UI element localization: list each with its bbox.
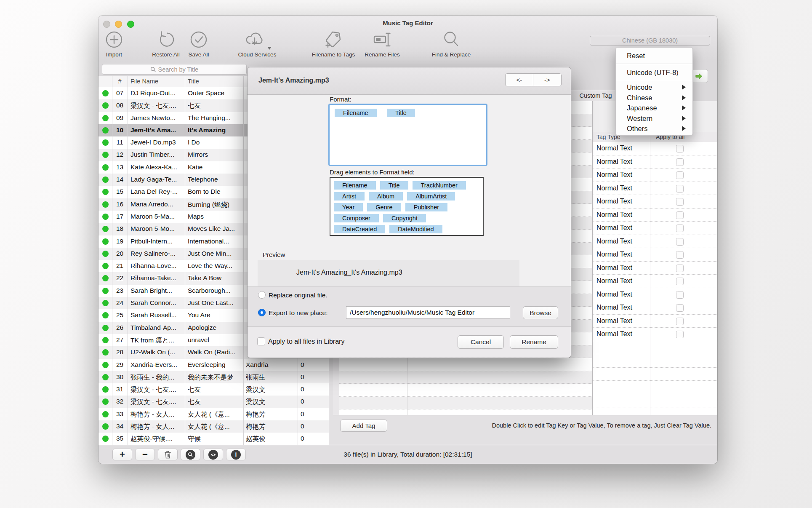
previous-file-button[interactable]: <- xyxy=(506,74,533,86)
rename-files-button[interactable]: Rename Files xyxy=(349,29,416,58)
drag-chip[interactable]: Filename xyxy=(334,181,376,190)
apply-to-all-checkbox[interactable] xyxy=(676,304,684,312)
apply-to-all-checkbox[interactable] xyxy=(676,291,684,299)
encoding-field[interactable]: Chinese (GB 18030) xyxy=(590,36,710,45)
cloud-services-button[interactable]: Cloud Services xyxy=(224,29,291,58)
menu-item-western[interactable]: Western xyxy=(616,113,692,124)
table-row[interactable]: 35赵英俊-守候....守候赵英俊0 xyxy=(99,433,329,445)
drag-chip[interactable]: Genre xyxy=(367,203,401,211)
format-field[interactable]: Filename_Title xyxy=(328,104,487,166)
apply-to-all-checkbox[interactable] xyxy=(676,265,684,272)
apply-to-all-checkbox[interactable] xyxy=(676,198,684,206)
rename-button[interactable]: Rename xyxy=(510,335,558,349)
tag-table-empty-row[interactable] xyxy=(339,409,592,415)
drag-chip[interactable]: DateModified xyxy=(389,225,442,233)
menu-item-others[interactable]: Others xyxy=(616,123,692,134)
column-header-title[interactable]: Title xyxy=(188,78,199,85)
format-chip[interactable]: Filename xyxy=(335,109,377,117)
menu-item-unicode-utf8[interactable]: Unicode (UTF-8) xyxy=(616,65,692,80)
table-row[interactable]: 29Xandria-Evers...EversleepingXandria0 xyxy=(99,359,329,371)
tag-type-row[interactable]: Normal Text xyxy=(593,235,717,249)
tag-type-row[interactable]: Normal Text xyxy=(593,195,717,209)
apply-to-all-checkbox[interactable] xyxy=(676,211,684,219)
search-file-button[interactable] xyxy=(181,449,200,460)
tag-type-row[interactable]: Normal Text xyxy=(593,182,717,195)
drag-chip[interactable]: Copyright xyxy=(383,214,426,222)
export-path-input[interactable] xyxy=(346,306,510,319)
menu-item-reset[interactable]: Reset xyxy=(616,49,692,63)
menu-item-unicode[interactable]: Unicode xyxy=(616,82,692,93)
add-tag-button[interactable]: Add Tag xyxy=(340,420,387,432)
apply-to-all-checkbox[interactable] xyxy=(676,145,684,152)
preview-file-button[interactable] xyxy=(203,449,223,460)
tag-type-row[interactable]: Normal Text xyxy=(593,315,717,328)
tag-table-empty-row[interactable] xyxy=(339,384,592,397)
browse-button[interactable]: Browse xyxy=(523,306,558,319)
tag-type-row[interactable]: Normal Text xyxy=(593,275,717,288)
tag-type-empty-row[interactable] xyxy=(593,368,717,381)
replace-original-radio[interactable] xyxy=(258,291,266,299)
remove-file-button[interactable]: − xyxy=(135,449,155,460)
apply-to-all-checkbox[interactable] xyxy=(676,185,684,193)
export-new-place-radio[interactable] xyxy=(258,309,266,316)
next-file-button[interactable]: -> xyxy=(533,74,561,86)
tag-type-row[interactable]: Normal Text xyxy=(593,142,717,155)
tag-table-empty-row[interactable] xyxy=(339,397,592,410)
tag-type-row[interactable]: Normal Text xyxy=(593,262,717,275)
apply-to-all-checkbox[interactable] xyxy=(676,158,684,166)
apply-to-all-checkbox[interactable] xyxy=(676,331,684,338)
drag-chip[interactable]: Publisher xyxy=(405,203,447,211)
tag-type-row[interactable]: Normal Text xyxy=(593,288,717,302)
cell-num: 30 xyxy=(112,373,128,381)
cancel-button[interactable]: Cancel xyxy=(458,335,504,349)
tag-type-empty-row[interactable] xyxy=(593,407,717,415)
cell-title: Walk On (Radi... xyxy=(188,348,242,356)
apply-to-all-checkbox[interactable] xyxy=(676,225,684,232)
tag-type-row[interactable]: Normal Text xyxy=(593,328,717,341)
menu-item-chinese[interactable]: Chinese xyxy=(616,93,692,103)
delete-file-button[interactable] xyxy=(158,449,178,460)
drag-chip[interactable]: TrackNumber xyxy=(413,181,466,190)
table-row[interactable]: 31梁汉文 - 七友....七友梁汉文0 xyxy=(99,383,329,396)
add-file-button[interactable]: + xyxy=(112,449,132,460)
apply-to-all-checkbox[interactable] xyxy=(676,251,684,259)
tag-table-empty-row[interactable] xyxy=(339,358,592,371)
tag-table-empty-row[interactable] xyxy=(339,371,592,384)
apply-to-all-checkbox[interactable] xyxy=(676,318,684,325)
trash-icon xyxy=(164,450,172,459)
drag-chip[interactable]: Artist xyxy=(334,192,365,201)
format-chip[interactable]: Title xyxy=(387,109,415,117)
tag-type-empty-row[interactable] xyxy=(593,354,717,368)
info-file-button[interactable]: i xyxy=(226,449,246,460)
table-row[interactable]: 30张雨生 - 我的...我的未来不是梦张雨生0 xyxy=(99,371,329,383)
column-header-number[interactable]: # xyxy=(112,78,128,85)
cell-track: 0 xyxy=(301,435,326,442)
find-replace-button[interactable]: Find & Replace xyxy=(418,29,485,58)
tag-type-row[interactable]: Normal Text xyxy=(593,168,717,182)
tag-type-empty-row[interactable] xyxy=(593,381,717,394)
tag-type-empty-row[interactable] xyxy=(593,341,717,355)
tag-type-empty-row[interactable] xyxy=(593,394,717,408)
search-input[interactable]: Search by Title xyxy=(102,64,247,75)
menu-item-japanese[interactable]: Japanese xyxy=(616,103,692,113)
tag-type-row[interactable]: Normal Text xyxy=(593,209,717,222)
drag-chip[interactable]: Title xyxy=(380,181,408,190)
column-header-filename[interactable]: File Name xyxy=(130,78,158,85)
drag-chip[interactable]: Year xyxy=(334,203,363,211)
save-all-button[interactable]: Save All xyxy=(165,29,232,58)
apply-to-all-checkbox[interactable] xyxy=(676,171,684,179)
tag-type-row[interactable]: Normal Text xyxy=(593,248,717,262)
apply-to-all-checkbox[interactable] xyxy=(676,238,684,246)
tag-type-row[interactable]: Normal Text xyxy=(593,301,717,315)
table-row[interactable]: 32梁汉文 - 七友....七友梁汉文0 xyxy=(99,396,329,408)
tag-type-row[interactable]: Normal Text xyxy=(593,155,717,169)
table-row[interactable]: 34梅艳芳 - 女人...女人花 (《意...梅艳芳0 xyxy=(99,420,329,433)
drag-chip[interactable]: AlbumArtist xyxy=(407,192,455,201)
table-row[interactable]: 33梅艳芳 - 女人...女人花 (《意...梅艳芳0 xyxy=(99,408,329,420)
drag-chip[interactable]: Composer xyxy=(334,214,379,222)
drag-chip[interactable]: DateCreated xyxy=(334,225,385,233)
apply-to-all-checkbox[interactable] xyxy=(676,278,684,285)
apply-all-checkbox[interactable] xyxy=(257,337,265,345)
drag-chip[interactable]: Album xyxy=(369,192,403,201)
tag-type-row[interactable]: Normal Text xyxy=(593,222,717,235)
